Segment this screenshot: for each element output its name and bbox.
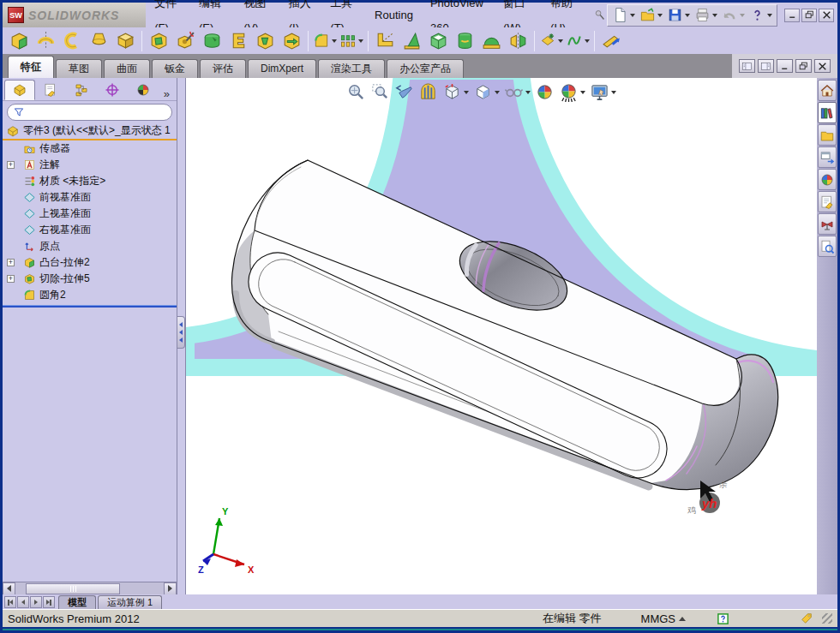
dropdown-caret-icon[interactable] (580, 91, 585, 94)
draft-button[interactable] (399, 29, 424, 53)
minimize-doc-button[interactable] (777, 59, 793, 73)
tab-渲染工具[interactable]: 渲染工具 (318, 59, 385, 78)
undo-button[interactable] (720, 6, 747, 24)
units-selector[interactable]: MMGS (641, 612, 686, 625)
tree-item-材质 <未指定>[interactable]: 材质 <未指定> (3, 173, 177, 189)
boundary-cut-button[interactable] (279, 29, 304, 53)
fillet-button[interactable] (312, 29, 338, 53)
appearances-scenes-tab[interactable] (818, 169, 837, 190)
tree-item-圆角2[interactable]: 圆角2 (3, 287, 177, 303)
restore-doc-button[interactable] (795, 59, 812, 73)
extruded-cut-button[interactable] (146, 29, 171, 53)
section-view-button[interactable] (417, 81, 439, 103)
dropdown-caret-icon[interactable] (358, 39, 363, 43)
expand-icon[interactable]: + (7, 161, 15, 169)
expand-icon[interactable]: + (7, 275, 15, 283)
dropdown-caret-icon[interactable] (558, 39, 563, 43)
tab-办公室产品[interactable]: 办公室产品 (387, 59, 464, 78)
revolved-boss-button[interactable] (33, 29, 58, 53)
pane-toggle-right-doc-button[interactable] (758, 59, 774, 73)
help-button[interactable] (747, 6, 774, 24)
instant3d-button[interactable] (598, 29, 624, 53)
design-checker-tab[interactable] (818, 236, 837, 257)
tree-item-注解[interactable]: +注解 (3, 157, 177, 173)
dropdown-caret-icon[interactable] (585, 39, 590, 43)
dropdown-caret-icon[interactable] (767, 14, 772, 17)
zoom-to-fit-button[interactable] (345, 81, 367, 103)
view-settings-button[interactable] (589, 81, 617, 103)
panel-divider[interactable] (177, 78, 186, 594)
tree-item-传感器[interactable]: 传感器 (3, 140, 177, 157)
expand-icon[interactable]: + (7, 259, 15, 266)
feature-manager-tab[interactable] (4, 80, 35, 100)
tree-item-前视基准面[interactable]: 前视基准面 (3, 189, 177, 206)
lofted-boss-button[interactable] (86, 29, 111, 53)
tree-item-原点[interactable]: 原点 (3, 238, 177, 254)
custom-properties-tab[interactable] (818, 191, 837, 212)
print-button[interactable] (693, 6, 719, 24)
scroll-left-icon[interactable] (3, 582, 15, 595)
solidworks-resources-tab[interactable] (818, 80, 837, 101)
close-window-button[interactable] (819, 9, 834, 22)
open-button[interactable] (638, 6, 664, 24)
swept-cut-button[interactable] (225, 29, 251, 53)
tab-评估[interactable]: 评估 (200, 59, 246, 78)
filter-input[interactable] (28, 106, 166, 118)
hole-wizard-button[interactable] (172, 29, 198, 53)
design-library-tab[interactable] (818, 102, 837, 123)
tab-DimXpert[interactable]: DimXpert (248, 59, 316, 78)
zoom-to-area-button[interactable] (369, 81, 391, 103)
dropdown-caret-icon[interactable] (525, 91, 531, 94)
curves-button[interactable] (565, 29, 591, 53)
scroll-right-icon[interactable] (164, 582, 177, 595)
display-style-button[interactable] (472, 81, 501, 103)
pane-toggle-left-doc-button[interactable] (739, 59, 755, 73)
new-document-button[interactable] (610, 6, 637, 24)
menu-item-Routing[interactable]: Routing (366, 3, 422, 27)
dropdown-caret-icon[interactable] (611, 91, 616, 94)
previous-view-button[interactable] (393, 81, 415, 103)
tree-item-上视基准面[interactable]: 上视基准面 (3, 206, 177, 222)
resize-grip[interactable] (822, 613, 832, 624)
tree-item-凸台-拉伸2[interactable]: +凸台-拉伸2 (3, 254, 177, 271)
scrollbar-thumb[interactable] (26, 583, 120, 594)
dropdown-caret-icon[interactable] (464, 91, 469, 94)
tab-nav-prev-button[interactable] (17, 596, 29, 608)
tab-nav-last-button[interactable] (43, 596, 55, 608)
restore-window-button[interactable] (801, 9, 817, 22)
tab-nav-next-button[interactable] (30, 596, 42, 608)
dropdown-caret-icon[interactable] (685, 14, 690, 17)
save-button[interactable] (665, 6, 692, 24)
wrap-button[interactable] (452, 29, 477, 53)
minimize-window-button[interactable] (784, 9, 800, 22)
display-manager-tab[interactable] (128, 80, 159, 100)
reference-geometry-button[interactable] (538, 29, 564, 53)
configuration-manager-tab[interactable] (66, 80, 97, 100)
shell-button[interactable] (425, 29, 451, 53)
tree-root-item[interactable]: 零件3 (默认<<默认>_显示状态 1 (3, 122, 177, 140)
file-explorer-tab[interactable] (818, 124, 837, 146)
quick-tips-icon[interactable] (717, 612, 729, 625)
tree-item-右视基准面[interactable]: 右视基准面 (3, 222, 177, 238)
tab-模型[interactable]: 模型 (58, 595, 96, 609)
pushpin-icon[interactable] (592, 8, 607, 22)
tab-曲面[interactable]: 曲面 (104, 59, 150, 78)
dropdown-caret-icon[interactable] (657, 14, 663, 17)
viewport-3d[interactable]: Y X Z yh 余 鸡 (186, 78, 817, 594)
tab-nav-first-button[interactable] (4, 596, 16, 608)
dropdown-caret-icon[interactable] (630, 14, 635, 17)
linear-pattern-button[interactable] (339, 29, 364, 53)
edit-appearance-button[interactable] (534, 81, 555, 103)
view-palette-tab[interactable] (818, 146, 837, 168)
boundary-boss-button[interactable] (112, 29, 138, 53)
apply-scene-button[interactable] (558, 81, 586, 103)
collapse-panel-button[interactable] (177, 316, 185, 349)
revolved-cut-button[interactable] (199, 29, 225, 53)
mirror-button[interactable] (505, 29, 531, 53)
rib-button[interactable] (372, 29, 398, 53)
dome-button[interactable] (478, 29, 504, 53)
tag-icon[interactable] (800, 612, 813, 625)
viewport-scene[interactable]: Y X Z yh 余 鸡 (186, 78, 817, 594)
dropdown-caret-icon[interactable] (332, 39, 337, 43)
close-doc-button[interactable] (814, 59, 831, 73)
